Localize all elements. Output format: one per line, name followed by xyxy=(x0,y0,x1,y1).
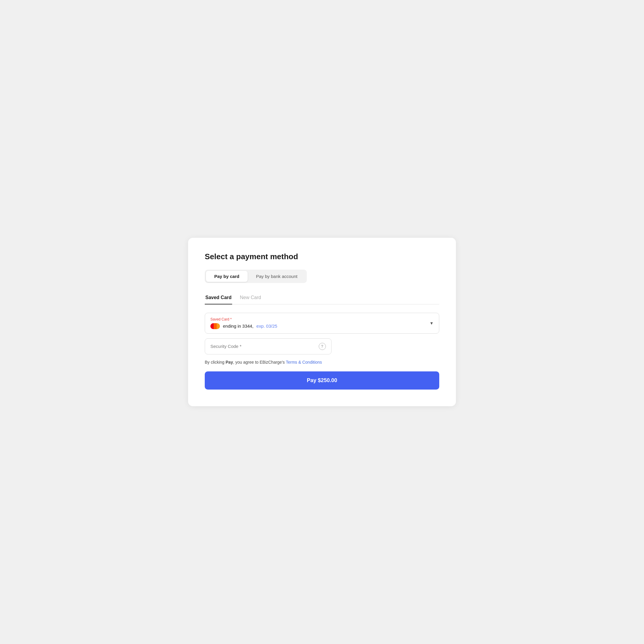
security-code-input[interactable] xyxy=(210,344,319,349)
payment-card: Select a payment method Pay by card Pay … xyxy=(188,238,456,406)
form-section: Saved Card * ending in 3344, exp. 03/25 … xyxy=(205,313,439,390)
card-expiry: exp. 03/25 xyxy=(257,323,277,329)
page-title: Select a payment method xyxy=(205,252,439,261)
mastercard-icon xyxy=(210,323,220,329)
saved-card-label: Saved Card * xyxy=(210,317,434,321)
page-wrapper: Select a payment method Pay by card Pay … xyxy=(188,238,456,406)
payment-method-toggle: Pay by card Pay by bank account xyxy=(205,270,307,283)
tab-saved-card[interactable]: Saved Card xyxy=(205,293,232,304)
saved-card-value: ending in 3344, exp. 03/25 xyxy=(210,323,434,329)
terms-text: By clicking Pay, you agree to EBizCharge… xyxy=(205,359,439,365)
pay-by-card-button[interactable]: Pay by card xyxy=(206,271,248,282)
saved-card-select[interactable]: Saved Card * ending in 3344, exp. 03/25 … xyxy=(205,313,439,334)
card-tabs: Saved Card New Card xyxy=(205,293,439,304)
terms-link[interactable]: Terms & Conditions xyxy=(286,360,322,365)
help-icon[interactable]: ? xyxy=(319,343,326,350)
security-code-field[interactable]: ? xyxy=(205,338,332,354)
tab-new-card[interactable]: New Card xyxy=(239,293,262,304)
pay-button[interactable]: Pay $250.00 xyxy=(205,371,439,390)
pay-by-bank-button[interactable]: Pay by bank account xyxy=(248,271,306,282)
dropdown-arrow-icon: ▼ xyxy=(429,321,434,326)
